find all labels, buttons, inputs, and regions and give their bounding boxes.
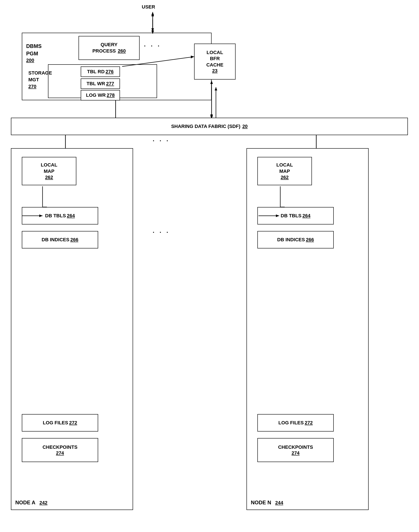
- log-wr-box: LOG WR 278: [81, 90, 120, 101]
- node-a-local-map-ref: 262: [45, 175, 53, 180]
- node-n-db-indices-label: DB INDICES: [277, 237, 305, 243]
- dbms-label-text: DBMSPGM: [26, 42, 42, 57]
- query-process-box: QUERY PROCESS 260: [79, 36, 140, 60]
- node-n-label: NODE N 244: [251, 499, 283, 506]
- node-n-text: NODE N: [251, 500, 271, 506]
- node-a-db-tbls-box: DB TBLS 264: [22, 207, 98, 225]
- local-bfr-cache-label: LOCAL BFR CACHE: [206, 50, 223, 68]
- dots-query: · · ·: [144, 42, 161, 50]
- sdf-ref: 20: [242, 124, 248, 129]
- node-n-db-tbls-box: DB TBLS 264: [257, 207, 334, 225]
- query-process-label: QUERY PROCESS: [92, 42, 117, 54]
- node-a-checkpoints-box: CHECKPOINTS 274: [22, 438, 98, 462]
- node-a-checkpoints-ref: 274: [56, 450, 64, 456]
- node-n-log-files-ref: 272: [305, 420, 313, 426]
- svg-marker-12: [215, 87, 217, 90]
- dots-nodes: · · ·: [153, 229, 170, 236]
- storage-mgt-label: STORAGEMGT 270: [28, 70, 52, 90]
- svg-marker-31: [210, 114, 213, 118]
- sdf-box: SHARING DATA FABRIC (SDF) 20: [11, 118, 408, 135]
- node-n-ref: 244: [275, 500, 283, 506]
- node-a-text: NODE A: [15, 500, 35, 506]
- node-a-log-files-ref: 272: [69, 420, 77, 426]
- node-n-local-map-label: LOCAL MAP: [276, 162, 293, 174]
- tbl-wr-label: TBL WR: [87, 81, 105, 87]
- dbms-ref: 200: [26, 57, 42, 64]
- node-n-db-tbls-ref: 264: [302, 213, 311, 219]
- tbl-rd-box: TBL RD 276: [81, 66, 120, 77]
- tbl-rd-ref: 276: [105, 69, 114, 75]
- node-a-db-indices-label: DB INDICES: [42, 237, 69, 243]
- node-n-db-indices-ref: 266: [306, 237, 314, 242]
- node-a-db-indices-ref: 266: [70, 237, 78, 242]
- node-n-log-files-label: LOG FILES: [278, 420, 304, 426]
- node-a-label: NODE A 242: [15, 499, 48, 517]
- tbl-wr-box: TBL WR 277: [81, 78, 120, 89]
- node-a-db-tbls-ref: 264: [67, 213, 75, 219]
- node-n-checkpoints-label: CHECKPOINTS: [278, 444, 313, 451]
- node-a-db-indices-box: DB INDICES 266: [22, 231, 98, 248]
- node-a-log-files-box: LOG FILES 272: [22, 414, 98, 431]
- user-label: USER: [142, 4, 155, 10]
- node-n-db-tbls-label: DB TBLS: [281, 213, 301, 219]
- node-n-local-map-ref: 262: [281, 175, 289, 180]
- node-a-ref: 242: [39, 500, 48, 506]
- dots-sdf: · · ·: [153, 137, 170, 144]
- svg-marker-1: [151, 28, 154, 32]
- query-process-ref: 260: [118, 48, 126, 54]
- node-n-checkpoints-box: CHECKPOINTS 274: [257, 438, 334, 462]
- node-a-local-map-box: LOCAL MAP 262: [22, 157, 76, 185]
- log-wr-label: LOG WR: [86, 92, 105, 99]
- storage-mgt-ref: 270: [28, 84, 36, 89]
- svg-marker-4: [151, 13, 154, 16]
- node-n-log-files-box: LOG FILES 272: [257, 414, 334, 431]
- sdf-label: SHARING DATA FABRIC (SDF): [171, 123, 240, 130]
- tbl-rd-label: TBL RD: [87, 69, 105, 75]
- svg-marker-24: [151, 12, 154, 15]
- local-bfr-cache-ref: 23: [212, 68, 217, 74]
- log-wr-ref: 278: [107, 92, 115, 98]
- node-n-local-map-box: LOCAL MAP 262: [257, 157, 312, 185]
- node-a-checkpoints-label: CHECKPOINTS: [42, 444, 78, 451]
- node-a-local-map-label: LOCAL MAP: [41, 162, 57, 174]
- tbl-wr-ref: 277: [106, 81, 114, 87]
- diagram-container: USER DBMSPGM 200 QUERY PROCESS 260 STORA…: [0, 0, 419, 532]
- local-bfr-cache-box: LOCAL BFR CACHE 23: [194, 44, 236, 79]
- node-n-db-indices-box: DB INDICES 266: [257, 231, 334, 248]
- dbms-pgm-label: DBMSPGM 200: [26, 42, 42, 64]
- node-n-checkpoints-ref: 274: [292, 450, 300, 456]
- node-a-log-files-label: LOG FILES: [43, 420, 68, 426]
- node-a-db-tbls-label: DB TBLS: [45, 213, 66, 219]
